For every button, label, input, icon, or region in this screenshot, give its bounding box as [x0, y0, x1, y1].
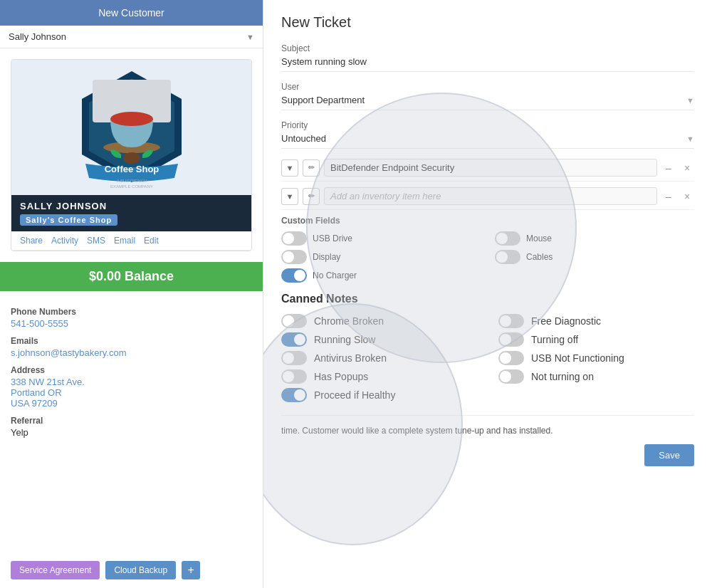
priority-select[interactable]: Untouched [281, 133, 686, 144]
priority-select-row: Untouched ▼ [281, 133, 694, 149]
svg-point-5 [123, 152, 140, 164]
toggle-antivirus-broken[interactable] [281, 351, 307, 365]
priority-group: Priority Untouched ▼ [281, 120, 694, 149]
inventory-chevron-button-2[interactable]: ▼ [281, 188, 298, 205]
profile-image-area: Coffee Shop A BUSYBENCH EXAMPLE COMPANY [11, 60, 251, 195]
canned-has-popups: Has Popups [281, 369, 477, 384]
email-label: Emails [11, 336, 252, 346]
profile-shop-tag: Sally's Coffee Shop [20, 214, 117, 226]
bottom-buttons: Service Agreement Cloud Backup + [0, 552, 263, 588]
inventory-remove-button-2[interactable]: × [680, 189, 694, 204]
user-select-row: Support Department ▼ [281, 95, 694, 110]
edit-link[interactable]: Edit [144, 236, 159, 246]
coffee-shop-logo: Coffee Shop A BUSYBENCH EXAMPLE COMPANY [71, 65, 192, 190]
chevron-down-icon: ▼ [686, 135, 694, 143]
email-link[interactable]: Email [114, 236, 135, 246]
svg-point-4 [110, 112, 153, 126]
inventory-chevron-button-1[interactable]: ▼ [281, 159, 298, 177]
canned-usb-not-functioning: USB Not Functioning [498, 351, 694, 365]
inventory-item-name-1: BitDefender Endpoint Security [324, 159, 657, 177]
toggle-chrome-broken[interactable] [281, 314, 307, 328]
inventory-item-placeholder-2[interactable]: Add an inventory item here [324, 187, 657, 205]
toggle-not-turning-on[interactable] [498, 369, 524, 384]
toggle-no-charger[interactable] [281, 268, 307, 283]
subject-value: System running slow [281, 56, 694, 72]
canned-not-turning-on: Not turning on [498, 369, 694, 384]
svg-text:Coffee Shop: Coffee Shop [104, 164, 159, 174]
service-agreement-button[interactable]: Service Agreement [11, 561, 100, 579]
svg-text:EXAMPLE COMPANY: EXAMPLE COMPANY [110, 184, 153, 189]
user-select[interactable]: Support Department [281, 95, 686, 105]
profile-actions: Share Activity SMS Email Edit [11, 231, 251, 251]
inventory-dash-button-2[interactable]: – [661, 189, 676, 204]
label-not-turning-on: Not turning on [531, 371, 594, 382]
phone-value: 541-500-5555 [11, 318, 252, 329]
toggle-usb-drive[interactable] [281, 231, 307, 246]
toggle-running-slow[interactable] [281, 332, 307, 347]
canned-notes-title: Canned Notes [281, 293, 694, 305]
new-customer-button[interactable]: New Customer [0, 0, 263, 26]
toggle-has-popups[interactable] [281, 369, 307, 384]
customer-select[interactable]: Sally Johnson [9, 31, 246, 42]
inventory-edit-button-1[interactable]: ✏ [303, 159, 320, 177]
balance-suffix: Balance [125, 269, 174, 283]
inventory-row-1: ▼ ✏ BitDefender Endpoint Security – × [281, 159, 694, 182]
custom-fields-grid: USB Drive Mouse Display [281, 231, 694, 283]
chevron-down-icon: ▼ [686, 96, 694, 105]
address-line-2: Portland OR [11, 387, 252, 398]
balance-amount: $0.00 [89, 269, 121, 283]
toggle-free-diagnostic[interactable] [498, 314, 524, 328]
toggle-proceed-if-healthy[interactable] [281, 388, 307, 402]
notes-text: time. Customer would like a complete sys… [281, 424, 694, 437]
inventory-row-2: ▼ ✏ Add an inventory item here – × [281, 187, 694, 210]
balance-bar: $0.00 Balance [0, 262, 263, 291]
canned-notes-left-column: Chrome Broken Running Slow [281, 314, 477, 406]
customer-info: Phone Numbers 541-500-5555 Emails s.john… [0, 291, 263, 446]
canned-free-diagnostic: Free Diagnostic [498, 314, 694, 328]
email-value: s.johnson@tastybakery.com [11, 347, 252, 358]
canned-notes-right-column: Free Diagnostic Turning off [498, 314, 694, 406]
profile-name-bar: SALLY JOHNSON Sally's Coffee Shop [11, 195, 251, 231]
address-line-1: 338 NW 21st Ave. [11, 377, 252, 387]
label-proceed-if-healthy: Proceed if Healthy [314, 389, 395, 401]
label-antivirus-broken: Antivirus Broken [314, 352, 387, 364]
subject-group: Subject System running slow [281, 43, 694, 72]
svg-text:A BUSYBENCH: A BUSYBENCH [116, 179, 147, 183]
customer-select-row: Sally Johnson ▼ [0, 26, 263, 48]
canned-turning-off: Turning off [498, 332, 694, 347]
canned-notes-section: Canned Notes Chrome Broken [281, 293, 694, 406]
save-button[interactable]: Save [644, 444, 694, 466]
referral-value: Yelp [11, 427, 252, 438]
label-usb-drive: USB Drive [313, 233, 352, 243]
canned-running-slow: Running Slow [281, 332, 477, 347]
profile-name: SALLY JOHNSON [20, 201, 107, 211]
toggle-mouse[interactable] [495, 231, 520, 246]
add-button[interactable]: + [182, 561, 200, 579]
label-usb-not-functioning: USB Not Functioning [531, 352, 624, 364]
label-no-charger: No Charger [313, 271, 357, 280]
page-title: New Ticket [281, 14, 694, 31]
toggle-display[interactable] [281, 250, 307, 264]
phone-label: Phone Numbers [11, 307, 252, 317]
label-display: Display [313, 252, 340, 262]
inventory-dash-button-1[interactable]: – [661, 161, 676, 175]
toggle-cables[interactable] [495, 250, 520, 264]
subject-label: Subject [281, 43, 694, 53]
custom-field-mouse: Mouse [495, 231, 694, 246]
label-chrome-broken: Chrome Broken [314, 315, 384, 327]
toggle-usb-not-functioning[interactable] [498, 351, 524, 365]
inventory-remove-button-1[interactable]: × [680, 161, 694, 175]
cloud-backup-button[interactable]: Cloud Backup [105, 561, 176, 579]
activity-link[interactable]: Activity [51, 236, 78, 246]
chevron-down-icon: ▼ [246, 33, 254, 41]
main-panel: New Ticket Subject System running slow U… [263, 0, 712, 588]
share-link[interactable]: Share [20, 236, 43, 246]
sms-link[interactable]: SMS [87, 236, 105, 246]
address-label: Address [11, 365, 252, 375]
inventory-edit-button-2[interactable]: ✏ [303, 188, 320, 205]
toggle-turning-off[interactable] [498, 332, 524, 347]
user-label: User [281, 82, 694, 92]
referral-label: Referral [11, 416, 252, 426]
custom-field-cables: Cables [495, 250, 694, 264]
custom-field-no-charger: No Charger [281, 268, 481, 283]
